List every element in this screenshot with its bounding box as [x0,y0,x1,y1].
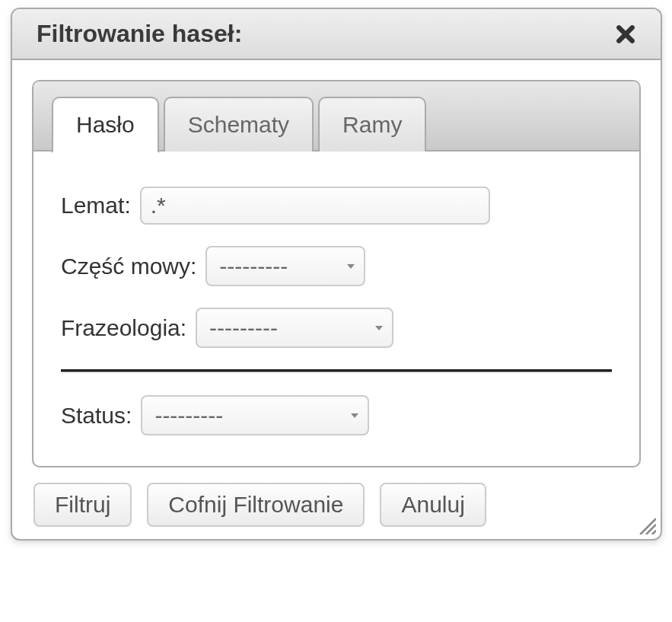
tab-haslo[interactable]: Hasło [52,97,159,153]
field-row-lemat: Lemat: [61,187,612,225]
field-row-czesc-mowy: Część mowy: --------- [61,246,612,286]
tab-label: Ramy [342,112,402,137]
frazeologia-select[interactable]: --------- [196,308,393,348]
section-divider [61,369,612,372]
close-icon[interactable] [612,21,639,48]
undo-filter-button[interactable]: Cofnij Filtrowanie [147,483,365,527]
filter-dialog: Filtrowanie haseł: Hasło Schematy Ramy L… [11,8,662,541]
status-select-wrap: --------- [141,395,369,435]
czesc-mowy-label: Część mowy: [61,254,196,279]
cancel-button-label: Anuluj [401,492,464,517]
svg-line-2 [652,531,656,534]
tab-label: Hasło [76,112,135,137]
tab-schematy[interactable]: Schematy [164,97,314,152]
dialog-title: Filtrowanie haseł: [37,20,242,48]
tab-strip: Hasło Schematy Ramy [33,81,639,152]
status-label: Status: [61,403,132,429]
lemat-input[interactable] [140,187,490,225]
button-row: Filtruj Cofnij Filtrowanie Anuluj [32,483,641,527]
filter-button-label: Filtruj [55,492,110,517]
dialog-body: Hasło Schematy Ramy Lemat: Część mowy: [12,60,661,539]
dialog-header: Filtrowanie haseł: [12,9,661,60]
field-row-frazeologia: Frazeologia: --------- [61,308,612,348]
tab-ramy[interactable]: Ramy [318,97,426,152]
field-row-status: Status: --------- [61,395,612,435]
tabs-container: Hasło Schematy Ramy Lemat: Część mowy: [32,80,641,467]
filter-button[interactable]: Filtruj [33,483,132,527]
czesc-mowy-select-wrap: --------- [205,246,365,286]
cancel-button[interactable]: Anuluj [380,483,486,527]
frazeologia-select-wrap: --------- [196,308,393,348]
tab-label: Schematy [188,112,289,137]
lemat-label: Lemat: [61,193,131,218]
frazeologia-label: Frazeologia: [61,315,186,341]
czesc-mowy-select[interactable]: --------- [205,246,365,286]
status-select[interactable]: --------- [141,395,369,435]
resize-grip-icon[interactable] [636,515,656,534]
tab-panel-haslo: Lemat: Część mowy: --------- Frazeologia… [33,152,639,466]
undo-filter-button-label: Cofnij Filtrowanie [168,492,343,517]
